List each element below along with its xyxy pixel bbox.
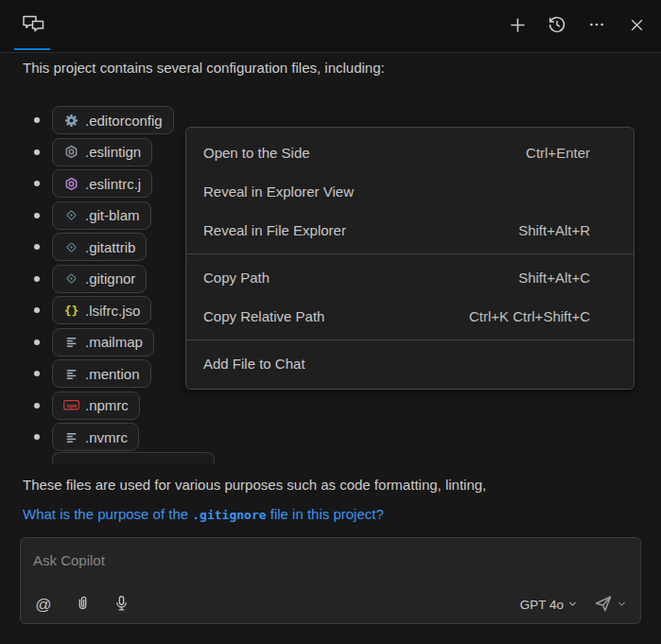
- bullet-dot: [34, 149, 40, 155]
- file-chip-eslintign[interactable]: .eslintign: [52, 138, 152, 166]
- list-item: .editorconfig: [34, 106, 174, 134]
- menu-item-copy-relative-path[interactable]: Copy Relative PathCtrl+K Ctrl+Shift+C: [186, 297, 634, 336]
- send-button[interactable]: [594, 595, 613, 614]
- file-name: .mailmap: [85, 334, 143, 350]
- menu-item-label: Reveal in File Explorer: [203, 222, 346, 238]
- bullet-dot: [34, 403, 40, 409]
- active-tab-indicator: [14, 48, 50, 50]
- json-braces-icon: {}: [63, 304, 79, 318]
- list-item: .eslintign: [34, 138, 174, 166]
- attach-file-button[interactable]: [73, 595, 92, 614]
- menu-item-reveal-in-file-explorer[interactable]: Reveal in File ExplorerShift+Alt+R: [186, 211, 634, 250]
- file-name: .gitattrib: [85, 239, 135, 255]
- send-options-button[interactable]: [616, 595, 627, 614]
- followup-link[interactable]: What is the purpose of the .gitignore fi…: [23, 506, 384, 522]
- gear-icon: [63, 113, 79, 128]
- chevron-down-icon: [567, 598, 578, 612]
- menu-item-label: Copy Path: [203, 270, 270, 286]
- input-toolbar: @: [21, 595, 640, 614]
- inline-code: .gitignore: [192, 508, 266, 522]
- file-chip-editorconfig[interactable]: .editorconfig: [52, 106, 174, 134]
- git-diamond-icon: [63, 271, 79, 286]
- svg-text:npm: npm: [66, 403, 77, 409]
- list-item: .mailmap: [34, 328, 174, 357]
- list-item: .gitattrib: [34, 233, 174, 261]
- new-chat-button[interactable]: [508, 17, 527, 36]
- history-icon: [548, 15, 566, 37]
- list-item: .mention: [34, 359, 174, 388]
- voice-input-button[interactable]: [112, 595, 130, 614]
- list-item: .gitignor: [34, 265, 174, 293]
- eslint-icon: [63, 145, 79, 159]
- bullet-dot: [34, 276, 40, 282]
- plus-icon: [509, 16, 527, 37]
- bullet-dot: [34, 307, 40, 313]
- more-actions-button[interactable]: [587, 17, 606, 36]
- send-icon: [594, 594, 613, 616]
- list-icon: [63, 430, 79, 444]
- show-history-button[interactable]: [548, 17, 566, 36]
- npm-icon: npm: [63, 399, 79, 411]
- panel-header: [0, 0, 661, 53]
- file-chip-gitattrib[interactable]: .gitattrib: [52, 233, 147, 261]
- file-name: .editorconfig: [85, 113, 163, 129]
- git-diamond-icon: [63, 240, 79, 254]
- menu-item-label: Add File to Chat: [203, 356, 305, 372]
- file-chip-mailmap[interactable]: .mailmap: [52, 328, 154, 357]
- header-actions: [508, 17, 646, 36]
- menu-item-open-to-the-side[interactable]: Open to the SideCtrl+Enter: [186, 133, 634, 172]
- file-name: .gitignor: [85, 270, 135, 287]
- menu-item-keybinding: Shift+Alt+R: [518, 222, 590, 238]
- message-outro-text: These files are used for various purpose…: [23, 477, 486, 493]
- menu-item-reveal-in-explorer-view[interactable]: Reveal in Explorer View: [186, 172, 634, 211]
- list-item: .eslintrc.j: [34, 169, 174, 198]
- paperclip-icon: [75, 595, 91, 615]
- copilot-chat-panel: This project contains several configurat…: [0, 0, 661, 644]
- followup-suggestion: What is the purpose of the .gitignore fi…: [23, 506, 384, 522]
- file-name: .nvmrc: [85, 429, 128, 445]
- tab-chat[interactable]: [14, 0, 52, 53]
- close-button[interactable]: [627, 17, 646, 36]
- menu-item-label: Reveal in Explorer View: [203, 183, 354, 200]
- bullet-dot: [34, 213, 40, 218]
- menu-item-copy-path[interactable]: Copy PathShift+Alt+C: [186, 258, 634, 297]
- message-intro-text: This project contains several configurat…: [23, 60, 385, 76]
- ellipsis-icon: [588, 16, 605, 36]
- bullet-dot: [34, 181, 40, 186]
- chevron-down-icon: [617, 598, 627, 612]
- file-chip-lsifrc-jso[interactable]: {}.lsifrc.jso: [52, 296, 151, 324]
- file-chip-gitignor[interactable]: .gitignor: [52, 265, 147, 293]
- list-item: .nvmrc: [34, 423, 174, 451]
- menu-item-keybinding: Shift+Alt+C: [518, 270, 590, 286]
- context-menu: Open to the SideCtrl+EnterReveal in Expl…: [185, 127, 635, 390]
- chat-input-container: Ask Copilot @: [20, 537, 641, 624]
- file-name: .lsifrc.jso: [85, 303, 140, 319]
- file-chip-partial[interactable]: [52, 452, 215, 463]
- file-chip-eslintrc-j[interactable]: .eslintrc.j: [52, 169, 152, 198]
- file-chip-mention[interactable]: .mention: [52, 359, 151, 388]
- microphone-icon: [113, 595, 130, 615]
- at-icon: @: [35, 597, 51, 613]
- bullet-dot: [34, 244, 40, 250]
- chat-input[interactable]: Ask Copilot: [33, 552, 105, 568]
- close-icon: [629, 17, 645, 36]
- menu-separator: [186, 339, 634, 340]
- bullet-dot: [34, 117, 40, 123]
- list-item: .git-blam: [34, 201, 174, 230]
- model-picker[interactable]: GPT 4o: [520, 598, 578, 612]
- file-chip-npmrc[interactable]: npm.npmrc: [52, 392, 140, 420]
- mention-context-button[interactable]: @: [34, 595, 53, 614]
- menu-item-label: Open to the Side: [203, 145, 310, 161]
- file-name: .mention: [85, 366, 140, 382]
- bullet-dot: [34, 434, 40, 440]
- list-item: npm.npmrc: [34, 392, 174, 420]
- file-chip-git-blam[interactable]: .git-blam: [52, 201, 151, 230]
- file-name: .eslintrc.j: [85, 176, 141, 192]
- file-list: .editorconfig.eslintign.eslintrc.j.git-b…: [34, 106, 174, 455]
- bullet-dot: [34, 371, 40, 376]
- file-chip-nvmrc[interactable]: .nvmrc: [52, 423, 139, 451]
- file-name: .eslintign: [85, 144, 141, 160]
- model-label: GPT 4o: [520, 598, 564, 612]
- menu-item-label: Copy Relative Path: [203, 308, 324, 324]
- menu-item-add-file-to-chat[interactable]: Add File to Chat: [186, 344, 634, 383]
